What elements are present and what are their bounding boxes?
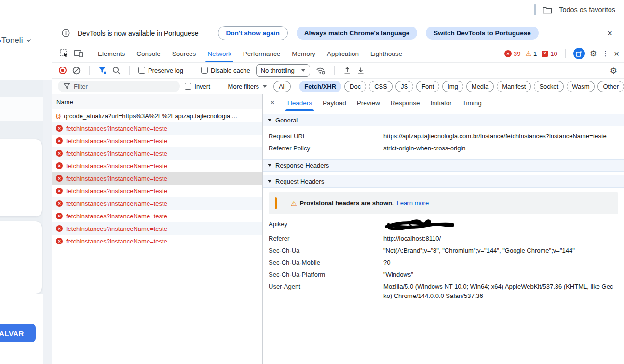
ai-assistance-icon[interactable]: [573, 48, 585, 59]
header-name: Sec-Ch-Ua: [269, 246, 383, 255]
learn-more-link[interactable]: Learn more: [397, 200, 429, 207]
header-value: ?0: [383, 258, 619, 267]
page-gutter: [43, 80, 52, 364]
devtools-close-icon[interactable]: ×: [614, 49, 619, 58]
devtools-tabbar: ElementsConsoleSourcesNetworkPerformance…: [52, 45, 624, 63]
tab-application[interactable]: Application: [321, 45, 365, 62]
request-header-rows: ApikeyRefererhttp://localhost:8110/Sec-C…: [263, 214, 624, 307]
request-row[interactable]: ×fetchInstances?instanceName=teste: [52, 235, 262, 247]
detail-tab-payload[interactable]: Payload: [317, 94, 352, 111]
type-pill-css[interactable]: CSS: [369, 81, 393, 92]
request-row[interactable]: ×fetchInstances?instanceName=teste: [52, 222, 262, 235]
detail-tab-response[interactable]: Response: [385, 94, 425, 111]
record-network-log-icon[interactable]: [59, 67, 67, 74]
detail-tab-preview[interactable]: Preview: [352, 94, 385, 111]
import-har-icon[interactable]: [343, 67, 351, 74]
tab-elements[interactable]: Elements: [92, 45, 131, 62]
triangle-down-icon: [268, 164, 271, 167]
request-row[interactable]: ×fetchInstances?instanceName=teste: [52, 185, 262, 197]
filter-input[interactable]: Filter: [58, 81, 180, 92]
type-pill-wasm[interactable]: Wasm: [567, 81, 595, 92]
more-filters-button[interactable]: More filters: [226, 83, 269, 90]
type-pill-socket[interactable]: Socket: [534, 81, 564, 92]
tab-network[interactable]: Network: [202, 45, 237, 62]
request-headers-section-header[interactable]: Request Headers: [263, 175, 624, 188]
disable-cache-checkbox[interactable]: Disable cache: [201, 67, 250, 74]
type-pill-all[interactable]: All: [273, 81, 291, 92]
all-favorites-button[interactable]: Todos os favoritos: [534, 4, 615, 15]
error-icon: ×: [56, 162, 63, 169]
filter-placeholder: Filter: [74, 83, 88, 90]
kebab-menu-icon[interactable]: ⋮: [602, 49, 609, 58]
request-row[interactable]: ×fetchInstances?instanceName=teste: [52, 210, 262, 222]
throttling-select[interactable]: No throttling: [256, 64, 310, 77]
tab-sources[interactable]: Sources: [166, 45, 202, 62]
header-row: Sec-Ch-Ua-Platform"Windows": [269, 269, 619, 281]
general-section-header[interactable]: General: [263, 114, 624, 126]
request-row[interactable]: ×fetchInstances?instanceName=teste: [52, 160, 262, 172]
header-row: Sec-Ch-Ua"Not(A:Brand";v="8", "Chromium"…: [269, 244, 619, 256]
invert-checkbox[interactable]: Invert: [185, 83, 210, 90]
error-icon: ×: [56, 137, 63, 144]
tab-lighthouse[interactable]: Lighthouse: [365, 45, 408, 62]
header-value: https://apizap.tajtecnologia.com.br/inst…: [383, 132, 619, 141]
name-column-header[interactable]: Name: [52, 94, 262, 109]
account-menu[interactable]: Toneli: [1, 36, 30, 45]
filter-icon[interactable]: [98, 67, 107, 74]
error-icon: ×: [56, 188, 63, 194]
header-row: Refererhttp://localhost:8110/: [269, 232, 619, 244]
network-conditions-icon[interactable]: [316, 67, 326, 75]
type-pill-img[interactable]: Img: [442, 81, 463, 92]
detail-tab-headers[interactable]: Headers: [282, 94, 317, 111]
error-icon: ×: [56, 125, 63, 132]
error-badge[interactable]: × 39: [504, 50, 520, 57]
infobar-close-icon[interactable]: ×: [607, 28, 612, 38]
tab-performance[interactable]: Performance: [237, 45, 286, 62]
response-headers-section-header[interactable]: Response Headers: [263, 159, 624, 172]
type-pill-doc[interactable]: Doc: [344, 81, 366, 92]
save-button[interactable]: ALVAR: [0, 324, 36, 342]
request-row[interactable]: ×fetchInstances?instanceName=teste: [52, 172, 262, 185]
preserve-log-checkbox[interactable]: Preserve log: [138, 67, 183, 74]
type-pill-font[interactable]: Font: [416, 81, 439, 92]
error-icon: ×: [56, 225, 63, 232]
divider: [218, 81, 218, 91]
tabbar-right-cluster: × 39 ⚠ 1 × 10 ⚙ ⋮ ×: [504, 45, 624, 62]
request-row[interactable]: {:}qrcode_atualiza?url=https%3A%2F%2Fapi…: [52, 109, 262, 122]
redacted-value-scribble: [383, 219, 456, 231]
dont-show-again-button[interactable]: Don't show again: [218, 26, 288, 40]
details-close-icon[interactable]: ×: [263, 94, 282, 111]
detail-tab-timing[interactable]: Timing: [457, 94, 487, 111]
type-pill-js[interactable]: JS: [395, 81, 413, 92]
request-row[interactable]: ×fetchInstances?instanceName=teste: [52, 197, 262, 210]
type-pill-other[interactable]: Other: [597, 81, 624, 92]
network-settings-gear-icon[interactable]: ⚙: [610, 66, 617, 76]
issues-badge[interactable]: × 10: [542, 50, 557, 57]
request-row[interactable]: ×fetchInstances?instanceName=teste: [52, 147, 262, 160]
header-name: Apikey: [269, 219, 383, 231]
warning-badge[interactable]: ⚠ 1: [525, 50, 537, 57]
switch-language-button[interactable]: Switch DevTools to Portuguese: [426, 27, 539, 40]
type-pill-manifest[interactable]: Manifest: [497, 81, 531, 92]
settings-gear-icon[interactable]: ⚙: [590, 49, 597, 59]
request-row[interactable]: ×fetchInstances?instanceName=teste: [52, 135, 262, 147]
clear-network-log-icon[interactable]: [72, 67, 81, 75]
request-name: fetchInstances?instanceName=teste: [66, 238, 167, 245]
bookmarks-divider: [534, 4, 536, 15]
tab-console[interactable]: Console: [131, 45, 166, 62]
request-name: fetchInstances?instanceName=teste: [66, 125, 167, 132]
search-icon[interactable]: [112, 67, 121, 75]
match-language-button[interactable]: Always match Chrome's language: [297, 27, 418, 40]
favorites-label: Todos os favoritos: [559, 6, 615, 13]
checkbox-icon: [185, 83, 191, 90]
device-toolbar-icon[interactable]: [71, 45, 86, 62]
request-row[interactable]: ×fetchInstances?instanceName=teste: [52, 122, 262, 135]
error-icon: ×: [56, 150, 63, 157]
type-pill-media[interactable]: Media: [466, 81, 494, 92]
type-pill-fetch-xhr[interactable]: Fetch/XHR: [299, 81, 341, 92]
inspect-element-icon[interactable]: [57, 45, 71, 62]
tab-memory[interactable]: Memory: [286, 45, 321, 62]
export-har-icon[interactable]: [357, 67, 365, 74]
detail-tab-initiator[interactable]: Initiator: [425, 94, 457, 111]
header-row: Sec-Ch-Ua-Mobile?0: [269, 256, 619, 269]
